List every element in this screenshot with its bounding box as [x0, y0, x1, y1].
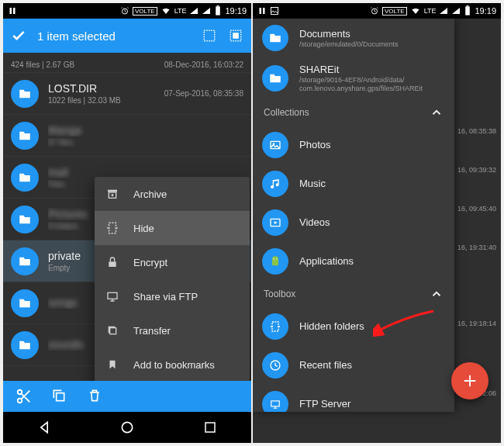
svg-point-17: [18, 399, 22, 403]
phone-left: VOLTE LTE 19:19 1 item selected: [3, 3, 251, 443]
drawer-item-videos[interactable]: Videos: [253, 203, 454, 242]
row-ts: 07-Sep-2016, 08:35:38: [164, 89, 243, 98]
drawer-location[interactable]: Documents/storage/emulated/0/Documents: [253, 19, 454, 57]
file-list-area: 424 files | 2.67 GB 08-Dec-2016, 16:03:2…: [3, 53, 251, 381]
ftpserver-icon: [262, 391, 288, 412]
delete-icon[interactable]: [87, 388, 104, 405]
row-meta: 1022 files | 32.03 MB: [48, 96, 155, 105]
svg-rect-8: [108, 190, 117, 192]
cut-icon[interactable]: [16, 388, 33, 405]
status-bar: VOLTE LTE 19:19: [253, 3, 501, 19]
home-button[interactable]: [116, 416, 139, 439]
drawer-item-applications[interactable]: Applications: [253, 242, 454, 281]
select-inverse-icon[interactable]: [228, 28, 243, 43]
svg-point-31: [273, 258, 274, 259]
svg-rect-23: [263, 8, 265, 14]
alarm-icon: [120, 6, 129, 16]
list-row[interactable]: Manga67 files: [3, 115, 251, 157]
svg-rect-3: [216, 6, 221, 15]
lte-label: LTE: [174, 7, 187, 15]
row-name: Manga: [48, 124, 234, 137]
signal-icon-2: [202, 6, 211, 16]
svg-rect-12: [108, 292, 117, 299]
ctx-transfer[interactable]: Transfer: [95, 313, 250, 347]
loc-name: Documents: [299, 28, 445, 40]
wifi-icon: [161, 6, 171, 16]
alarm-icon: [370, 6, 379, 16]
check-icon[interactable]: [11, 28, 26, 43]
ctx-hide[interactable]: Hide: [95, 211, 250, 245]
nav-drawer: Documents/storage/emulated/0/DocumentsSH…: [253, 19, 454, 412]
svg-point-32: [276, 258, 277, 259]
clock: 19:19: [475, 6, 496, 16]
loc-path: /storage/emulated/0/Documents: [299, 40, 445, 49]
section-header-toolbox[interactable]: Toolbox: [253, 281, 454, 307]
copy-icon[interactable]: [51, 388, 68, 405]
section-header-collections[interactable]: Collections: [253, 99, 454, 126]
chevron-up-icon: [430, 105, 444, 119]
svg-rect-26: [466, 6, 471, 15]
folder-icon: [11, 206, 39, 233]
list-row-partial[interactable]: 424 files | 2.67 GB 08-Dec-2016, 16:03:2…: [3, 53, 251, 73]
ctx-add-to-bookmarks[interactable]: Add to bookmarks: [95, 347, 250, 381]
ctx-archive[interactable]: Archive: [95, 177, 250, 211]
volte-badge: VOLTE: [382, 7, 407, 16]
item-label: Music: [299, 178, 445, 189]
svg-point-18: [18, 390, 22, 395]
item-label: Recent files: [299, 359, 445, 371]
fab-add[interactable]: [451, 362, 488, 399]
list-row[interactable]: LOST.DIR1022 files | 32.03 MB07-Sep-2016…: [3, 73, 251, 115]
ctx-encrypt[interactable]: Encrypt: [95, 245, 250, 279]
music-icon: [262, 171, 288, 197]
folder-icon: [262, 25, 288, 51]
back-button[interactable]: [33, 416, 56, 439]
folder-icon: [262, 65, 288, 92]
item-label: Videos: [299, 216, 445, 228]
row-meta: 67 files: [48, 138, 234, 147]
svg-rect-10: [109, 223, 116, 233]
drawer-item-hidden-folders[interactable]: Hidden folders: [253, 307, 454, 346]
background-ts: 16, 08:35:38: [457, 127, 496, 135]
chevron-up-icon: [430, 287, 444, 301]
battery-icon: [464, 5, 471, 16]
hidden-icon: [262, 313, 288, 340]
ctx-label: Transfer: [133, 325, 171, 337]
folder-icon: [11, 289, 39, 317]
wifi-icon: [410, 6, 421, 16]
svg-rect-35: [271, 401, 280, 406]
section-title: Collections: [264, 107, 430, 118]
ctx-label: Hide: [133, 223, 154, 234]
selection-title: 1 item selected: [37, 29, 191, 43]
row-name: LOST.DIR: [48, 82, 155, 95]
drawer-item-photos[interactable]: Photos: [253, 126, 454, 164]
background-ts: 16, 09:45:40: [457, 205, 496, 213]
videos-icon: [262, 209, 288, 236]
svg-rect-19: [57, 393, 64, 401]
drawer-location[interactable]: SHAREit/storage/9016-4EF8/Android/data/c…: [253, 57, 454, 99]
battery-icon: [214, 5, 222, 16]
item-label: Hidden folders: [299, 320, 445, 332]
svg-point-20: [122, 422, 132, 432]
pause-icon: [8, 6, 17, 16]
loc-name: SHAREit: [299, 64, 445, 75]
lte-label: LTE: [424, 7, 437, 15]
ftp-icon: [105, 289, 119, 303]
signal-icon-2: [451, 6, 461, 16]
svg-rect-22: [260, 8, 262, 14]
loc-path: /storage/9016-4EF8/Android/data/com.leno…: [299, 76, 445, 93]
archive-icon: [105, 187, 119, 201]
drawer-item-recent-files[interactable]: Recent files: [253, 346, 454, 385]
svg-rect-11: [109, 261, 116, 267]
recents-button[interactable]: [198, 416, 222, 439]
photos-icon: [262, 132, 288, 158]
ctx-label: Share via FTP: [133, 291, 198, 303]
ctx-share-via-ftp[interactable]: Share via FTP: [95, 279, 250, 313]
drawer-item-music[interactable]: Music: [253, 164, 454, 203]
section-title: Toolbox: [264, 289, 430, 299]
drawer-item-ftp-server[interactable]: FTP Server: [253, 385, 454, 412]
clock: 19:19: [225, 6, 247, 16]
background-ts: 16, 09:39:32: [457, 166, 496, 174]
svg-rect-27: [467, 5, 469, 6]
svg-rect-21: [205, 423, 215, 432]
select-range-icon[interactable]: [202, 28, 217, 43]
